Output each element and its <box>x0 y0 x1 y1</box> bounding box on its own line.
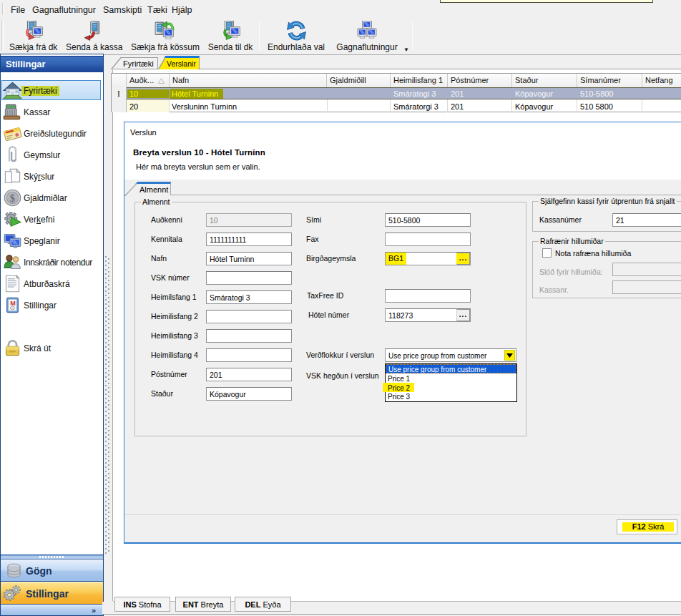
svg-text:$: $ <box>10 192 15 204</box>
svg-text:M: M <box>10 300 16 307</box>
